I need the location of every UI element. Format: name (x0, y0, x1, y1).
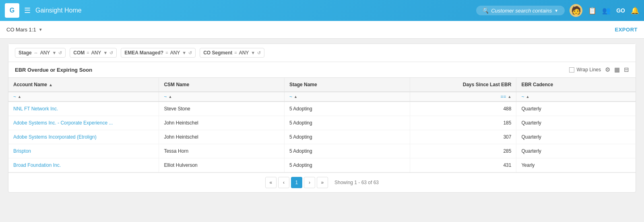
filter-icon[interactable]: ⊟ (624, 66, 629, 73)
app-logo: G (5, 3, 19, 18)
filter-bar: Stage ↔ ANY ▼ ↺ COM = ANY ▼ ↺ EMEA Manag… (8, 44, 636, 62)
app-title: Gainsight Home (35, 7, 82, 14)
col-header-account[interactable]: Account Name ▲ (8, 78, 159, 92)
filter-pill-emea[interactable]: EMEA Managed? = ANY ▼ ↺ (121, 48, 196, 58)
people-icon[interactable]: 👥 (602, 6, 611, 15)
cell-ebr: Quarterly (516, 144, 636, 158)
filter-pill-stage[interactable]: Stage ↔ ANY ▼ ↺ (15, 48, 66, 58)
col-header-ebr[interactable]: EBR Cadence (516, 78, 636, 92)
sort-icon[interactable]: ▲ (49, 83, 53, 87)
table-header-bar: EBR Overdue or Expiring Soon Wrap Lines … (8, 62, 636, 78)
filter-icon[interactable]: ▼ (103, 50, 107, 55)
reset-icon[interactable]: ↺ (188, 50, 192, 56)
filter-cell-stage[interactable]: ~ ▲ (285, 92, 410, 102)
filter-sort-asc[interactable]: ▲ (18, 95, 21, 99)
search-dropdown-icon[interactable]: ▼ (554, 8, 558, 13)
menu-icon[interactable]: ☰ (24, 6, 31, 15)
data-table-wrapper: Account Name ▲ CSM Name Stage Name (8, 78, 636, 172)
avatar[interactable]: 🧑 (570, 4, 582, 17)
cell-csm: Elliot Hulverson (159, 158, 285, 172)
cell-stage: 5 Adopting (285, 144, 410, 158)
filter-icon[interactable]: ▼ (182, 50, 186, 55)
cell-account[interactable]: Adobe Systems Inc. - Corporate Experienc… (8, 116, 159, 130)
cell-ebr: Quarterly (516, 102, 636, 116)
cell-account[interactable]: Brispton (8, 144, 159, 158)
filter-cell-account[interactable]: ~ ▲ (8, 92, 159, 102)
table-row: Adobe Systems Inc. - Corporate Experienc… (8, 116, 636, 130)
cell-days: 185 (410, 116, 516, 130)
filter-cell-csm[interactable]: ~ ▲ (159, 92, 285, 102)
cell-csm: Steve Stone (159, 102, 285, 116)
filter-icon[interactable]: ▼ (52, 50, 56, 55)
table-row: Broad Foundation Inc. Elliot Hulverson 5… (8, 158, 636, 172)
subheader: CO Mars 1:1 ▼ EXPORT (0, 21, 644, 39)
cell-csm: Tessa Horn (159, 144, 285, 158)
reset-icon[interactable]: ↺ (257, 50, 261, 56)
page-prev-button[interactable]: ‹ (278, 177, 289, 188)
filter-icon[interactable]: ▼ (251, 50, 255, 55)
reset-icon[interactable]: ↺ (109, 50, 113, 56)
cell-csm: John Heintschel (159, 130, 285, 144)
filter-tilde-icon: ~ (13, 94, 16, 100)
table-body: NNL FT Network Inc. Steve Stone 5 Adopti… (8, 102, 636, 172)
notification-flag-icon[interactable]: 📋 (588, 6, 597, 15)
filter-pill-cosegment[interactable]: CO Segment = ANY ▼ ↺ (200, 48, 264, 58)
chevron-down-icon: ▼ (39, 27, 43, 32)
pagination-info: Showing 1 - 63 of 63 (334, 180, 379, 185)
cell-days: 488 (410, 102, 516, 116)
wrap-lines-label: Wrap Lines (577, 67, 601, 73)
cell-stage: 5 Adopting (285, 130, 410, 144)
search-bar[interactable]: 🔍 Customer search contains ▼ (476, 6, 565, 15)
page-next-button[interactable]: › (304, 177, 315, 188)
table-row: Brispton Tessa Horn 5 Adopting 285 Quart… (8, 144, 636, 158)
page-first-button[interactable]: « (265, 177, 277, 188)
filter-pill-com[interactable]: COM = ANY ▼ ↺ (70, 48, 117, 58)
col-header-stage[interactable]: Stage Name (285, 78, 410, 92)
table-title: EBR Overdue or Expiring Soon (15, 67, 92, 73)
cell-ebr: Quarterly (516, 116, 636, 130)
table-filter-row: ~ ▲ ~ ▲ ~ ▲ (8, 92, 636, 102)
cell-csm: John Heintschel (159, 116, 285, 130)
search-placeholder[interactable]: Customer search contains (491, 8, 552, 14)
app-header: G ☰ Gainsight Home 🔍 Customer search con… (0, 0, 644, 21)
columns-icon[interactable]: ▦ (614, 66, 620, 73)
page-last-button[interactable]: » (317, 177, 328, 188)
go-label[interactable]: GO (616, 7, 625, 14)
cell-days: 307 (410, 130, 516, 144)
search-icon: 🔍 (482, 7, 489, 14)
wrap-lines-control[interactable]: Wrap Lines (569, 67, 601, 73)
view-selector-value: CO Mars 1:1 (6, 27, 36, 33)
filter-cell-ebr[interactable]: ~ ▲ (516, 92, 636, 102)
wrap-lines-checkbox[interactable] (569, 67, 574, 73)
col-header-csm[interactable]: CSM Name (159, 78, 285, 92)
cell-stage: 5 Adopting (285, 102, 410, 116)
pagination-bar: « ‹ 1 › » Showing 1 - 63 of 63 (8, 172, 636, 192)
table-row: Adobe Systems Incorporated (Etrolign) Jo… (8, 130, 636, 144)
cell-days: 431 (410, 158, 516, 172)
col-header-days[interactable]: Days Since Last EBR (410, 78, 516, 92)
header-icons: 🧑 📋 👥 GO 🔔 (570, 4, 639, 17)
cell-ebr: Quarterly (516, 130, 636, 144)
settings-icon[interactable]: ⚙ (605, 66, 610, 73)
bell-icon[interactable]: 🔔 (631, 6, 639, 15)
reset-icon[interactable]: ↺ (58, 50, 62, 56)
cell-days: 285 (410, 144, 516, 158)
export-button[interactable]: EXPORT (615, 27, 638, 33)
cell-account[interactable]: Adobe Systems Incorporated (Etrolign) (8, 130, 159, 144)
cell-stage: 5 Adopting (285, 116, 410, 130)
page-1-button[interactable]: 1 (291, 177, 302, 188)
cell-stage: 5 Adopting (285, 158, 410, 172)
filter-cell-days[interactable]: == ▲ (410, 92, 516, 102)
data-table: Account Name ▲ CSM Name Stage Name (8, 78, 636, 172)
cell-account[interactable]: Broad Foundation Inc. (8, 158, 159, 172)
cell-account[interactable]: NNL FT Network Inc. (8, 102, 159, 116)
cell-ebr: Yearly (516, 158, 636, 172)
view-selector[interactable]: CO Mars 1:1 ▼ (6, 27, 43, 33)
table-actions: ⚙ ▦ ⊟ (605, 66, 629, 73)
table-header-row: Account Name ▲ CSM Name Stage Name (8, 78, 636, 92)
table-row: NNL FT Network Inc. Steve Stone 5 Adopti… (8, 102, 636, 116)
